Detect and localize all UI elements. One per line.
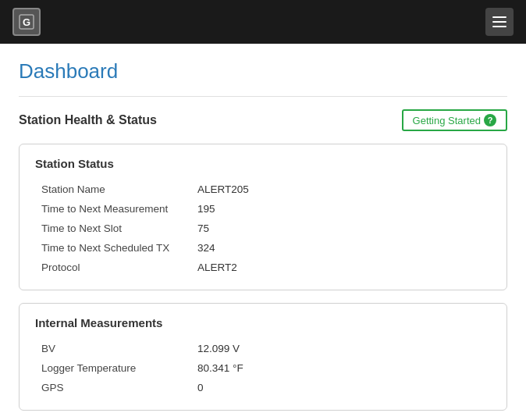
app-header: G <box>0 0 526 44</box>
table-row: GPS 0 <box>35 378 491 397</box>
internal-measurements-card: Internal Measurements BV 12.099 V Logger… <box>19 303 507 411</box>
section-header: Station Health & Status Getting Started … <box>19 109 507 131</box>
help-icon: ? <box>484 114 496 126</box>
internal-measurements-title: Internal Measurements <box>35 316 491 329</box>
table-row: Protocol ALERT2 <box>35 258 491 277</box>
app-logo: G <box>12 8 41 36</box>
row-value: 0 <box>197 382 204 393</box>
table-row: Time to Next Scheduled TX 324 <box>35 238 491 258</box>
getting-started-button[interactable]: Getting Started ? <box>402 109 507 131</box>
row-value: 12.099 V <box>197 343 240 354</box>
row-label: Time to Next Scheduled TX <box>41 242 197 254</box>
row-label: Protocol <box>41 262 197 273</box>
row-value: ALERT205 <box>197 183 249 195</box>
menu-icon-bar <box>492 21 506 23</box>
menu-icon-bar <box>492 16 506 18</box>
svg-text:G: G <box>23 16 30 28</box>
title-divider <box>19 96 507 97</box>
table-row: Time to Next Slot 75 <box>35 219 491 238</box>
main-content: Dashboard Station Health & Status Gettin… <box>0 44 526 420</box>
row-value: 80.341 °F <box>197 362 243 374</box>
row-label: Logger Temperature <box>41 362 197 374</box>
table-row: BV 12.099 V <box>35 339 491 358</box>
station-status-card: Station Status Station Name ALERT205 Tim… <box>19 144 507 290</box>
row-label: Station Name <box>41 183 197 195</box>
table-row: Time to Next Measurement 195 <box>35 199 491 219</box>
row-value: 324 <box>197 242 215 254</box>
table-row: Logger Temperature 80.341 °F <box>35 358 491 378</box>
getting-started-label: Getting Started <box>413 115 481 126</box>
row-label: Time to Next Measurement <box>41 203 197 215</box>
row-value: 195 <box>197 203 215 215</box>
row-label: Time to Next Slot <box>41 222 197 234</box>
row-label: GPS <box>41 382 197 393</box>
menu-button[interactable] <box>485 8 514 36</box>
row-value: 75 <box>197 222 209 234</box>
menu-icon-bar <box>492 26 506 27</box>
table-row: Station Name ALERT205 <box>35 180 491 199</box>
station-status-title: Station Status <box>35 157 491 170</box>
section-title: Station Health & Status <box>19 113 157 127</box>
page-title: Dashboard <box>19 59 507 84</box>
row-value: ALERT2 <box>197 262 237 273</box>
row-label: BV <box>41 343 197 354</box>
